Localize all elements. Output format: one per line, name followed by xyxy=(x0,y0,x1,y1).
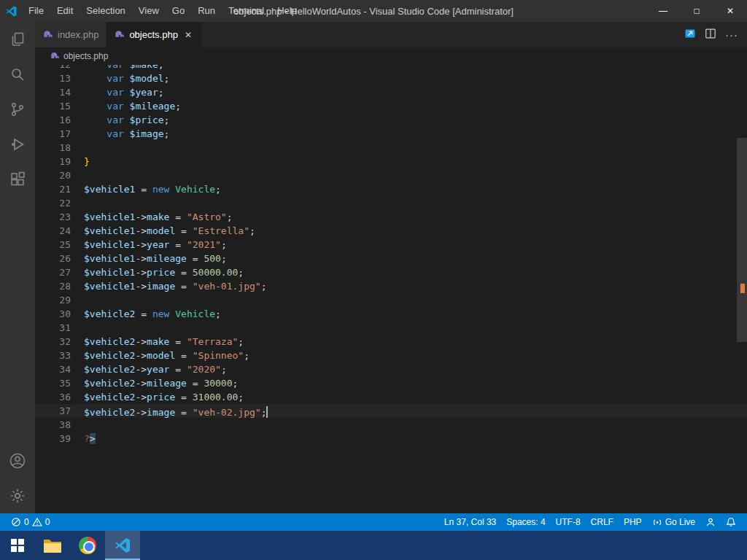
line-number[interactable]: 38 xyxy=(35,418,71,432)
line-number[interactable]: 25 xyxy=(35,238,71,252)
go-live-button[interactable]: Go Live xyxy=(647,513,700,531)
menu-selection[interactable]: Selection xyxy=(80,0,131,22)
account-icon[interactable] xyxy=(0,443,35,478)
open-in-browser-icon[interactable] xyxy=(684,28,696,42)
split-editor-icon[interactable] xyxy=(705,28,716,42)
code-line[interactable]: 31 xyxy=(35,321,747,335)
line-number[interactable]: 26 xyxy=(35,252,71,265)
code-text[interactable]: $vehicle2 = new Vehicle; xyxy=(84,307,221,321)
code-text[interactable]: $vehicle1->price = 50000.00; xyxy=(84,265,244,279)
code-line[interactable]: 19} xyxy=(35,155,747,168)
source-control-icon[interactable] xyxy=(0,92,35,127)
line-number[interactable]: 19 xyxy=(35,155,71,168)
line-number[interactable]: 12 xyxy=(35,65,71,71)
notifications-button[interactable] xyxy=(721,513,741,531)
code-text[interactable]: var $price; xyxy=(84,113,169,127)
code-text[interactable]: ?> xyxy=(84,432,96,446)
code-text[interactable]: var $image; xyxy=(84,127,169,141)
code-line[interactable]: 18 xyxy=(35,141,747,155)
code-line[interactable]: 33$vehicle2->model = "Spinneo"; xyxy=(35,349,747,362)
search-icon[interactable] xyxy=(0,57,35,92)
menu-file[interactable]: File xyxy=(22,0,50,22)
line-number[interactable]: 21 xyxy=(35,182,71,196)
code-line[interactable]: 39?> xyxy=(35,432,747,446)
menu-edit[interactable]: Edit xyxy=(50,0,80,22)
code-text[interactable]: } xyxy=(84,155,90,168)
code-line[interactable]: 23$vehicle1->make = "Astro"; xyxy=(35,210,747,224)
line-number[interactable]: 39 xyxy=(35,432,71,446)
code-text[interactable]: $vehicle2->year = "2020"; xyxy=(84,362,227,376)
line-number[interactable]: 14 xyxy=(35,85,71,99)
line-number[interactable]: 29 xyxy=(35,293,71,307)
code-line[interactable]: 16 var $price; xyxy=(35,113,747,127)
line-number[interactable]: 32 xyxy=(35,335,71,349)
code-text[interactable]: $vehicle1->year = "2021"; xyxy=(84,238,227,252)
line-number[interactable]: 34 xyxy=(35,362,71,376)
code-text[interactable]: $vehicle2->mileage = 30000; xyxy=(84,376,238,390)
code-line[interactable]: 36$vehicle2->price = 31000.00; xyxy=(35,390,747,404)
code-line[interactable]: 38 xyxy=(35,418,747,432)
tab-objects-php[interactable]: objects.php ✕ xyxy=(107,22,201,47)
vscode-taskbar-icon[interactable] xyxy=(105,531,140,560)
code-line[interactable]: 20 xyxy=(35,168,747,182)
code-editor[interactable]: 12 var $make;13 var $model;14 var $year;… xyxy=(35,65,747,513)
run-debug-icon[interactable] xyxy=(0,127,35,162)
line-number[interactable]: 23 xyxy=(35,210,71,224)
menu-run[interactable]: Run xyxy=(191,0,222,22)
line-number[interactable]: 36 xyxy=(35,390,71,404)
code-line[interactable]: 30$vehicle2 = new Vehicle; xyxy=(35,307,747,321)
file-explorer-taskbar-icon[interactable] xyxy=(35,531,70,560)
code-text[interactable]: $vehicle2->price = 31000.00; xyxy=(84,390,244,404)
indentation-setting[interactable]: Spaces: 4 xyxy=(501,513,550,531)
code-line[interactable]: 32$vehicle2->make = "Terraza"; xyxy=(35,335,747,349)
code-line[interactable]: 28$vehicle1->image = "veh-01.jpg"; xyxy=(35,279,747,293)
line-number[interactable]: 33 xyxy=(35,349,71,362)
code-line[interactable]: 15 var $mileage; xyxy=(35,99,747,113)
menu-go[interactable]: Go xyxy=(166,0,191,22)
problems-indicator[interactable]: 0 0 xyxy=(6,513,55,531)
code-text[interactable]: var $year; xyxy=(84,85,164,99)
minimize-button[interactable]: — xyxy=(646,0,680,22)
line-number[interactable]: 28 xyxy=(35,279,71,293)
code-line[interactable]: 37$vehicle2->image = "veh-02.jpg"; xyxy=(35,404,747,418)
code-line[interactable]: 13 var $model; xyxy=(35,71,747,85)
line-number[interactable]: 35 xyxy=(35,376,71,390)
line-number[interactable]: 31 xyxy=(35,321,71,335)
code-text[interactable]: $vehicle1->make = "Astro"; xyxy=(84,210,233,224)
breadcrumb-file[interactable]: objects.php xyxy=(63,51,108,61)
line-number[interactable]: 30 xyxy=(35,307,71,321)
code-text[interactable]: $vehicle2->make = "Terraza"; xyxy=(84,335,244,349)
code-line[interactable]: 27$vehicle1->price = 50000.00; xyxy=(35,265,747,279)
code-line[interactable]: 17 var $image; xyxy=(35,127,747,141)
explorer-icon[interactable] xyxy=(0,22,35,57)
extensions-icon[interactable] xyxy=(0,162,35,197)
code-line[interactable]: 35$vehicle2->mileage = 30000; xyxy=(35,376,747,390)
line-number[interactable]: 17 xyxy=(35,127,71,141)
code-line[interactable]: 25$vehicle1->year = "2021"; xyxy=(35,238,747,252)
code-line[interactable]: 22 xyxy=(35,196,747,210)
line-number[interactable]: 15 xyxy=(35,99,71,113)
code-text[interactable]: var $mileage; xyxy=(84,99,181,113)
encoding-setting[interactable]: UTF-8 xyxy=(551,513,586,531)
code-text[interactable]: $vehicle2->image = "veh-02.jpg"; xyxy=(84,404,268,418)
code-text[interactable]: $vehicle1->model = "Estrella"; xyxy=(84,224,255,238)
code-line[interactable]: 14 var $year; xyxy=(35,85,747,99)
cursor-position[interactable]: Ln 37, Col 33 xyxy=(439,513,501,531)
code-text[interactable]: var $model; xyxy=(84,71,169,85)
code-line[interactable]: 24$vehicle1->model = "Estrella"; xyxy=(35,224,747,238)
code-text[interactable]: $vehicle2->model = "Spinneo"; xyxy=(84,349,249,362)
close-tab-icon[interactable]: ✕ xyxy=(182,29,194,41)
feedback-button[interactable] xyxy=(700,513,721,531)
language-mode[interactable]: PHP xyxy=(619,513,647,531)
tab-index-php[interactable]: index.php xyxy=(35,22,107,47)
maximize-button[interactable]: □ xyxy=(680,0,713,22)
code-line[interactable]: 34$vehicle2->year = "2020"; xyxy=(35,362,747,376)
scrollbar[interactable] xyxy=(737,65,747,513)
line-number[interactable]: 37 xyxy=(35,404,71,418)
scrollbar-thumb[interactable] xyxy=(737,138,747,342)
code-line[interactable]: 26$vehicle1->mileage = 500; xyxy=(35,252,747,265)
more-actions-icon[interactable]: ··· xyxy=(725,28,738,41)
menu-view[interactable]: View xyxy=(132,0,166,22)
line-number[interactable]: 20 xyxy=(35,168,71,182)
code-line[interactable]: 12 var $make; xyxy=(35,65,747,71)
